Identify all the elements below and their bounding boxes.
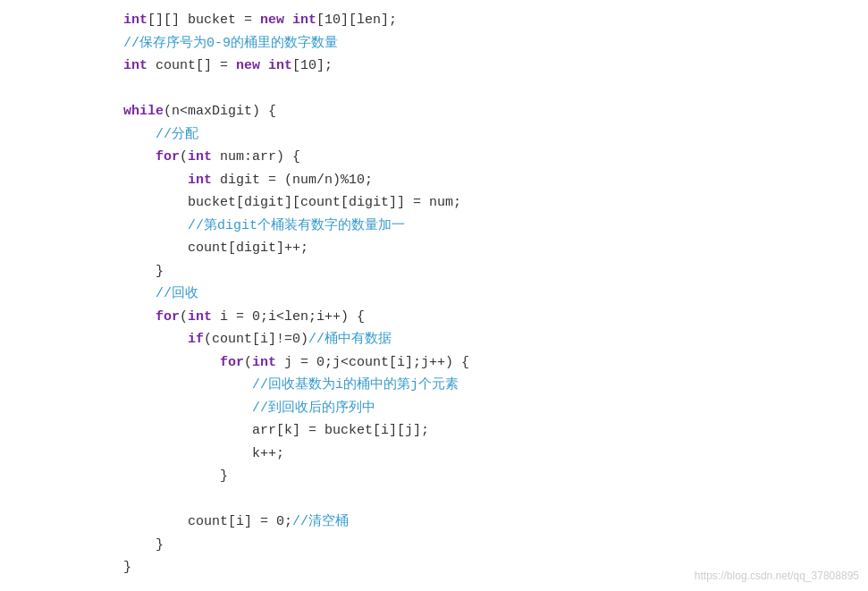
code-line: bucket[digit][count[digit]] = num; [123, 191, 868, 215]
code-line: //第digit个桶装有数字的数量加一 [123, 215, 868, 238]
code-token: ( [180, 149, 188, 165]
code-line [123, 78, 868, 101]
code-token: digit = (num/n)%10; [212, 173, 373, 188]
code-line: } [123, 534, 868, 557]
code-token: count[digit]++; [123, 241, 308, 256]
code-token [123, 309, 156, 325]
watermark: https://blog.csdn.net/qq_37808895 [695, 570, 859, 582]
code-line: int count[] = new int[10]; [123, 55, 868, 78]
code-token: //清空桶 [292, 514, 349, 529]
code-line: if(count[i]!=0)//桶中有数据 [123, 328, 868, 351]
code-token [123, 286, 156, 301]
code-line: //到回收后的序列中 [123, 397, 868, 420]
code-token: int [252, 355, 276, 370]
code-token: j = 0;j<count[i];j++) { [276, 355, 469, 370]
code-token: ( [244, 355, 252, 370]
code-line: arr[k] = bucket[i][j]; [123, 419, 868, 443]
code-token [123, 149, 156, 165]
code-token: //保存序号为0-9的桶里的数字数量 [123, 36, 338, 51]
code-token: if [188, 332, 204, 347]
code-line: for(int i = 0;i<len;i++) { [123, 306, 868, 329]
code-token: new [236, 58, 260, 73]
code-token: } [123, 560, 131, 575]
code-token: //回收基数为i的桶中的第j个元素 [252, 377, 459, 393]
code-line [123, 488, 868, 511]
code-token: int [268, 58, 292, 73]
code-token: [][] bucket = [147, 13, 260, 28]
code-token: int [188, 309, 212, 325]
code-token: } [123, 537, 164, 553]
code-line: } [123, 260, 868, 283]
code-line: //回收 [123, 283, 868, 306]
code-token [123, 127, 156, 142]
code-token [123, 355, 220, 370]
code-token: num:arr) { [212, 149, 300, 165]
code-token: k++; [123, 446, 284, 461]
code-token: //桶中有数据 [308, 332, 392, 347]
code-token: (n<maxDigit) { [164, 104, 276, 119]
code-token: bucket[digit][count[digit]] = num; [123, 195, 461, 210]
code-token: [10][len]; [316, 13, 397, 28]
code-line: } [123, 465, 868, 488]
code-token: [10]; [292, 58, 333, 73]
code-line: count[i] = 0;//清空桶 [123, 511, 868, 534]
code-token [123, 218, 188, 233]
code-content: int[][] bucket = new int[10][len];//保存序号… [123, 9, 868, 579]
code-token: int [123, 58, 147, 73]
code-token: new [260, 13, 284, 28]
code-token: arr[k] = bucket[i][j]; [123, 423, 429, 438]
code-token: int [292, 13, 316, 28]
code-token: //到回收后的序列中 [252, 401, 375, 416]
code-token [284, 13, 292, 28]
code-line: int[][] bucket = new int[10][len]; [123, 9, 868, 32]
code-token: for [220, 355, 244, 370]
code-line: k++; [123, 443, 868, 466]
code-line: int digit = (num/n)%10; [123, 169, 868, 192]
code-token: count[] = [147, 58, 236, 73]
code-line: while(n<maxDigit) { [123, 100, 868, 123]
code-token [123, 401, 252, 416]
code-token: int [188, 173, 212, 188]
code-token: count[i] = 0; [123, 514, 292, 529]
code-token: //第digit个桶装有数字的数量加一 [188, 218, 405, 233]
code-token: } [123, 469, 228, 484]
code-token: int [188, 149, 212, 165]
code-token: i = 0;i<len;i++) { [212, 309, 365, 325]
code-token: } [123, 264, 164, 279]
code-line: //分配 [123, 123, 868, 147]
code-token [123, 173, 188, 188]
code-line: for(int num:arr) { [123, 146, 868, 169]
code-token: for [156, 309, 180, 325]
code-line: //回收基数为i的桶中的第j个元素 [123, 374, 868, 397]
code-line: count[digit]++; [123, 237, 868, 260]
code-token: //回收 [156, 286, 198, 301]
code-line: //保存序号为0-9的桶里的数字数量 [123, 32, 868, 55]
code-token [123, 332, 188, 347]
code-line: for(int j = 0;j<count[i];j++) { [123, 351, 868, 375]
code-token: (count[i]!=0) [204, 332, 308, 347]
code-editor: int[][] bucket = new int[10][len];//保存序号… [0, 0, 868, 591]
code-token: //分配 [156, 127, 198, 142]
code-token: for [156, 149, 180, 165]
code-token [260, 58, 268, 73]
code-token [123, 377, 252, 393]
code-token: ( [180, 309, 188, 325]
code-token: while [123, 104, 164, 119]
code-token: int [123, 13, 147, 28]
